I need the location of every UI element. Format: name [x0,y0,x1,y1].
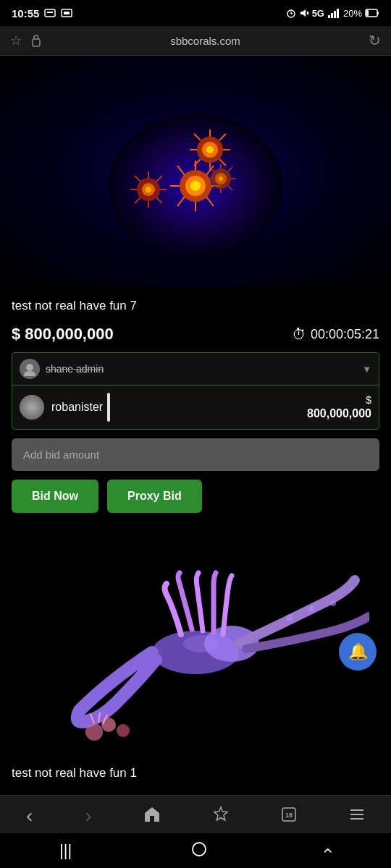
current-price: $ 800,000,000 [12,325,114,344]
star-bookmark-icon[interactable]: ☆ [10,33,22,48]
svg-point-84 [193,843,206,856]
bell-icon: 🔔 [348,642,368,661]
auction-timer: ⏱ 00:00:05:21 [292,326,379,343]
svg-point-21 [190,181,201,191]
status-icons: 5G 20% [286,8,379,19]
svg-marker-7 [300,9,306,17]
url-bar[interactable]: sbbcorals.com [51,35,360,47]
product-1-image [0,56,391,287]
signal-strength: 5G [312,8,324,19]
svg-point-73 [117,724,130,737]
browser-bar: ☆ sbbcorals.com ↻ [0,26,391,56]
price-dollar-sign: $ [307,393,371,407]
bid-now-button[interactable]: Bid Now [12,480,98,513]
svg-point-54 [219,176,223,181]
bidder-admin-row: shane admin ▼ [12,353,379,386]
svg-point-69 [308,606,314,612]
bookmark-star-button[interactable] [213,806,229,826]
svg-rect-3 [64,12,70,14]
price-timer-row: $ 800,000,000 ⏱ 00:00:05:21 [12,325,379,344]
coral-image-1 [94,70,297,273]
tabs-button[interactable]: 18 [281,807,297,825]
svg-rect-15 [366,10,369,16]
admin-bidder-name: shane admin [46,363,104,375]
bidder-section: shane admin ▼ robanister $ 800,000,000 [12,352,379,430]
svg-text:18: 18 [285,812,293,819]
svg-rect-17 [33,39,40,46]
mute-icon [299,8,309,18]
proxy-bid-button[interactable]: Proxy Bid [107,480,202,513]
menu-button[interactable] [349,807,365,825]
svg-point-68 [286,614,293,621]
android-home-btn[interactable] [191,841,207,861]
svg-rect-12 [334,11,336,18]
alarm-icon [286,8,296,18]
battery-level: 20% [343,8,362,19]
browser-bottom-nav: ‹ › 18 [0,795,391,833]
svg-point-71 [85,723,103,741]
page-content: test not real have fun 7 $ 800,000,000 ⏱… [0,56,391,786]
reload-icon[interactable]: ↻ [369,32,381,49]
battery-icon [365,9,379,17]
svg-point-70 [330,600,336,606]
svg-rect-1 [47,12,53,13]
android-nav-bar: ||| ‹ [0,833,391,868]
price-amount: 800,000,000 [307,407,371,422]
timer-icon: ⏱ [292,326,306,343]
main-bidder-avatar [20,395,44,420]
bid-input-container[interactable] [12,438,379,471]
main-bidder-price: $ 800,000,000 [307,393,371,422]
admin-avatar [20,359,40,379]
product-2-title: test not real have fun 1 [0,757,391,786]
main-bidder-name: robanister [51,401,103,414]
product-2-section: test not real have fun 1 🔔 [0,533,391,786]
bidder-main-row: robanister $ 800,000,000 [12,386,379,429]
bid-buttons-row: Bid Now Proxy Bid [12,480,379,513]
sea-creature-image [22,537,369,754]
back-button[interactable]: ‹ [26,804,33,827]
svg-point-63 [26,364,33,371]
svg-rect-10 [328,15,330,18]
svg-point-32 [206,146,214,153]
android-back-btn[interactable]: ||| [59,841,72,860]
product-1-info: test not real have fun 7 $ 800,000,000 ⏱… [0,287,391,533]
svg-rect-11 [331,13,333,18]
svg-rect-16 [377,12,379,14]
admin-price-area: ▼ [362,364,371,375]
signal-bars-icon [327,8,340,18]
sim-icon [61,8,72,18]
status-time: 10:55 [12,7,72,20]
svg-point-77 [183,635,219,652]
lock-icon [30,33,42,48]
svg-marker-78 [214,807,227,820]
svg-rect-13 [337,9,339,18]
android-recent-btn[interactable]: ‹ [319,848,339,854]
svg-point-43 [146,187,151,192]
home-button[interactable] [143,806,161,826]
timer-value: 00:00:05:21 [311,327,379,342]
product-1-title: test not real have fun 7 [12,299,379,313]
notification-fab[interactable]: 🔔 [339,633,377,671]
svg-point-72 [101,718,116,732]
status-bar: 10:55 5G 20% [0,0,391,26]
bid-amount-input[interactable] [12,438,379,471]
forward-button[interactable]: › [85,804,91,827]
svg-point-64 [24,371,35,376]
bid-bar-indicator [107,393,110,422]
product-2-image [0,533,391,757]
notification-icon [43,8,56,18]
